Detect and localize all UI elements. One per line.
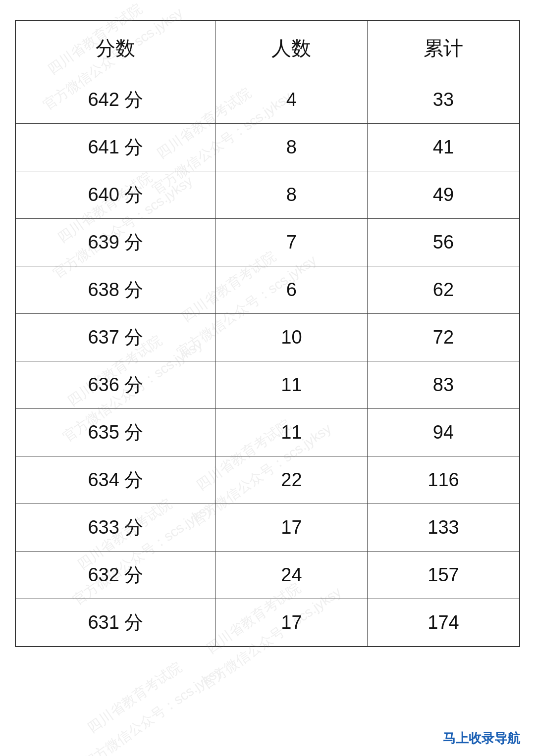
cell-score: 631 分 [15, 599, 215, 647]
table-row: 633 分17133 [15, 504, 520, 552]
table-row: 635 分1194 [15, 409, 520, 456]
cell-score: 639 分 [15, 219, 215, 266]
cell-count: 24 [215, 552, 367, 599]
header-cumulative: 累计 [367, 20, 520, 76]
cell-count: 4 [215, 76, 367, 124]
table-row: 637 分1072 [15, 314, 520, 361]
header-score: 分数 [15, 20, 215, 76]
table-row: 636 分1183 [15, 361, 520, 409]
cell-cumulative: 49 [367, 171, 520, 219]
header-count: 人数 [215, 20, 367, 76]
cell-score: 638 分 [15, 266, 215, 314]
cell-cumulative: 56 [367, 219, 520, 266]
cell-count: 17 [215, 504, 367, 552]
table-row: 639 分756 [15, 219, 520, 266]
table-row: 642 分433 [15, 76, 520, 124]
table-row: 632 分24157 [15, 552, 520, 599]
cell-cumulative: 94 [367, 409, 520, 456]
cell-cumulative: 62 [367, 266, 520, 314]
cell-score: 641 分 [15, 124, 215, 171]
cell-cumulative: 72 [367, 314, 520, 361]
cell-cumulative: 41 [367, 124, 520, 171]
cell-count: 22 [215, 456, 367, 504]
table-row: 634 分22116 [15, 456, 520, 504]
cell-score: 636 分 [15, 361, 215, 409]
table-row: 638 分662 [15, 266, 520, 314]
cell-score: 633 分 [15, 504, 215, 552]
cell-count: 17 [215, 599, 367, 647]
cell-cumulative: 133 [367, 504, 520, 552]
cell-count: 10 [215, 314, 367, 361]
cell-score: 642 分 [15, 76, 215, 124]
cell-count: 6 [215, 266, 367, 314]
table-row: 631 分17174 [15, 599, 520, 647]
cell-count: 11 [215, 361, 367, 409]
cell-count: 11 [215, 409, 367, 456]
cell-score: 634 分 [15, 456, 215, 504]
cell-count: 7 [215, 219, 367, 266]
score-table: 分数 人数 累计 642 分433641 分841640 分849639 分75… [15, 20, 520, 647]
cell-count: 8 [215, 124, 367, 171]
cell-cumulative: 174 [367, 599, 520, 647]
page-wrapper: 四川省教育考试院 官方微信公众号：scs.jyksy 四川省教育考试院 官方微信… [0, 0, 535, 756]
cell-cumulative: 116 [367, 456, 520, 504]
footer-link[interactable]: 马上收录导航 [443, 730, 520, 747]
cell-cumulative: 83 [367, 361, 520, 409]
table-row: 640 分849 [15, 171, 520, 219]
cell-cumulative: 33 [367, 76, 520, 124]
cell-count: 8 [215, 171, 367, 219]
cell-score: 632 分 [15, 552, 215, 599]
cell-cumulative: 157 [367, 552, 520, 599]
table-header-row: 分数 人数 累计 [15, 20, 520, 76]
cell-score: 635 分 [15, 409, 215, 456]
cell-score: 637 分 [15, 314, 215, 361]
table-row: 641 分841 [15, 124, 520, 171]
cell-score: 640 分 [15, 171, 215, 219]
